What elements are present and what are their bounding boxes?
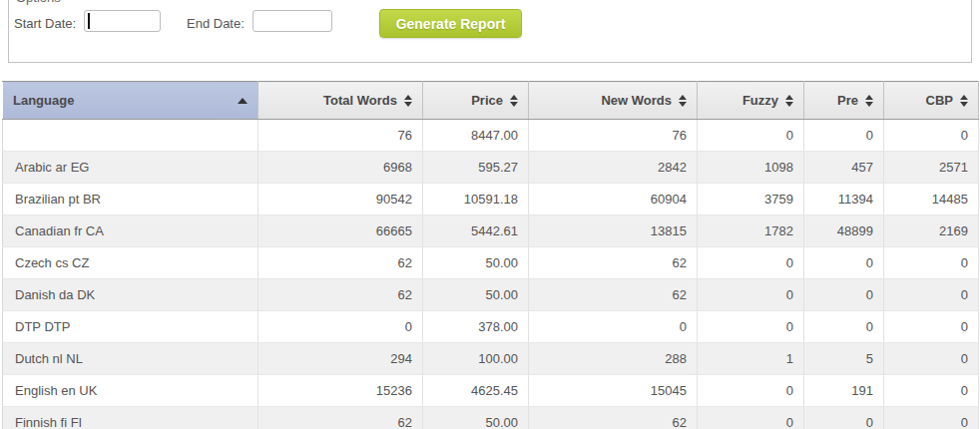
column-label: Price bbox=[471, 93, 503, 108]
generate-report-button[interactable]: Generate Report bbox=[379, 9, 522, 38]
cell-total-words: 66665 bbox=[258, 215, 423, 247]
cell-new-words: 2842 bbox=[529, 152, 698, 184]
table-row: Czech cs CZ6250.0062000 bbox=[3, 247, 979, 279]
cell-total-words: 62 bbox=[258, 279, 423, 311]
cell-language: English en UK bbox=[3, 375, 258, 407]
table-row: Danish da DK6250.0062000 bbox=[3, 279, 979, 311]
cell-language: DTP DTP bbox=[3, 311, 258, 343]
cell-cbp: 2571 bbox=[884, 152, 979, 184]
cell-fuzzy: 0 bbox=[698, 375, 804, 407]
table-row: Brazilian pt BR9054210591.18609043759113… bbox=[3, 184, 979, 215]
cell-price: 5442.61 bbox=[423, 215, 529, 247]
cell-pre: 0 bbox=[804, 311, 884, 343]
cell-pre: 0 bbox=[804, 247, 884, 279]
cell-cbp: 0 bbox=[884, 279, 979, 311]
cell-fuzzy: 0 bbox=[698, 407, 804, 429]
cell-total-words: 62 bbox=[258, 247, 423, 279]
column-header-cbp[interactable]: CBP bbox=[884, 82, 979, 120]
cell-fuzzy: 1782 bbox=[698, 215, 804, 247]
column-label: New Words bbox=[601, 93, 672, 108]
cell-language: Dutch nl NL bbox=[3, 343, 258, 375]
cell-total-words: 76 bbox=[258, 120, 423, 152]
table-body: 768447.0076000Arabic ar EG6968595.272842… bbox=[3, 120, 979, 429]
cell-price: 378.00 bbox=[423, 311, 529, 343]
sort-ascending-icon bbox=[238, 98, 247, 104]
cell-fuzzy: 3759 bbox=[698, 184, 804, 215]
cell-new-words: 0 bbox=[529, 311, 698, 343]
cell-pre: 11394 bbox=[804, 184, 884, 215]
cell-pre: 0 bbox=[804, 279, 884, 311]
cell-fuzzy: 0 bbox=[698, 247, 804, 279]
cell-price: 10591.18 bbox=[423, 184, 529, 215]
cell-new-words: 13815 bbox=[529, 215, 698, 247]
table-row: Dutch nl NL294100.00288150 bbox=[3, 343, 979, 375]
start-date-label: Start Date: bbox=[14, 16, 76, 31]
cell-new-words: 62 bbox=[529, 407, 698, 429]
table-header: LanguageTotal WordsPriceNew WordsFuzzyPr… bbox=[3, 82, 979, 120]
cell-total-words: 62 bbox=[258, 407, 423, 429]
cell-new-words: 60904 bbox=[529, 184, 698, 215]
cell-total-words: 90542 bbox=[258, 184, 423, 215]
cell-cbp: 0 bbox=[884, 375, 979, 407]
end-date-label: End Date: bbox=[187, 16, 245, 31]
cell-new-words: 288 bbox=[529, 343, 698, 375]
options-legend: Options bbox=[13, 0, 64, 5]
cell-price: 8447.00 bbox=[423, 120, 529, 152]
table-row: English en UK152364625.451504501910 bbox=[3, 375, 979, 407]
header-row: LanguageTotal WordsPriceNew WordsFuzzyPr… bbox=[3, 82, 979, 120]
cell-fuzzy: 0 bbox=[698, 279, 804, 311]
cell-total-words: 294 bbox=[258, 343, 423, 375]
cell-cbp: 2169 bbox=[884, 215, 979, 247]
report-page: Options Start Date: End Date: Generate R… bbox=[0, 0, 980, 429]
cell-new-words: 62 bbox=[529, 247, 698, 279]
cell-price: 4625.45 bbox=[423, 375, 529, 407]
column-header-language[interactable]: Language bbox=[3, 82, 258, 120]
sort-both-icon bbox=[865, 95, 873, 107]
sort-both-icon bbox=[960, 95, 968, 107]
start-date-input[interactable] bbox=[84, 10, 161, 32]
sort-both-icon bbox=[785, 95, 793, 107]
cell-language: Arabic ar EG bbox=[3, 152, 258, 184]
cell-new-words: 76 bbox=[529, 120, 698, 152]
cell-pre: 191 bbox=[804, 375, 884, 407]
column-label: Pre bbox=[837, 93, 858, 108]
cell-price: 595.27 bbox=[423, 152, 529, 184]
cell-price: 50.00 bbox=[423, 279, 529, 311]
table-row: 768447.0076000 bbox=[3, 120, 979, 152]
column-header-price[interactable]: Price bbox=[423, 82, 529, 120]
cell-total-words: 15236 bbox=[258, 375, 423, 407]
cell-new-words: 62 bbox=[529, 279, 698, 311]
cell-pre: 5 bbox=[804, 343, 884, 375]
cell-language: Czech cs CZ bbox=[3, 247, 258, 279]
cell-cbp: 0 bbox=[884, 311, 979, 343]
end-date-input[interactable] bbox=[252, 10, 332, 32]
cell-cbp: 0 bbox=[884, 343, 979, 375]
column-header-fuzzy[interactable]: Fuzzy bbox=[698, 82, 804, 120]
cell-price: 50.00 bbox=[423, 247, 529, 279]
column-label: Total Words bbox=[323, 93, 397, 108]
table-row: Canadian fr CA666655442.6113815178248899… bbox=[3, 215, 979, 247]
table-row: Arabic ar EG6968595.27284210984572571 bbox=[3, 152, 979, 184]
cell-fuzzy: 1098 bbox=[698, 152, 804, 184]
cell-price: 100.00 bbox=[423, 343, 529, 375]
cell-cbp: 0 bbox=[884, 247, 979, 279]
column-header-new-words[interactable]: New Words bbox=[529, 82, 698, 120]
table-row: Finnish fi FI6250.0062000 bbox=[3, 407, 979, 429]
cell-pre: 48899 bbox=[804, 215, 884, 247]
cell-price: 50.00 bbox=[423, 407, 529, 429]
cell-language bbox=[3, 120, 258, 152]
cell-cbp: 0 bbox=[884, 120, 979, 152]
cell-total-words: 0 bbox=[258, 311, 423, 343]
cell-pre: 0 bbox=[804, 120, 884, 152]
cell-pre: 0 bbox=[804, 407, 884, 429]
cell-cbp: 14485 bbox=[884, 184, 979, 215]
cell-fuzzy: 0 bbox=[698, 120, 804, 152]
table-row: DTP DTP0378.000000 bbox=[3, 311, 979, 343]
column-header-total-words[interactable]: Total Words bbox=[258, 82, 423, 120]
cell-language: Danish da DK bbox=[3, 279, 258, 311]
cell-fuzzy: 1 bbox=[698, 343, 804, 375]
column-label: CBP bbox=[926, 93, 953, 108]
cell-new-words: 15045 bbox=[529, 375, 698, 407]
column-header-pre[interactable]: Pre bbox=[804, 82, 884, 120]
cell-total-words: 6968 bbox=[258, 152, 423, 184]
